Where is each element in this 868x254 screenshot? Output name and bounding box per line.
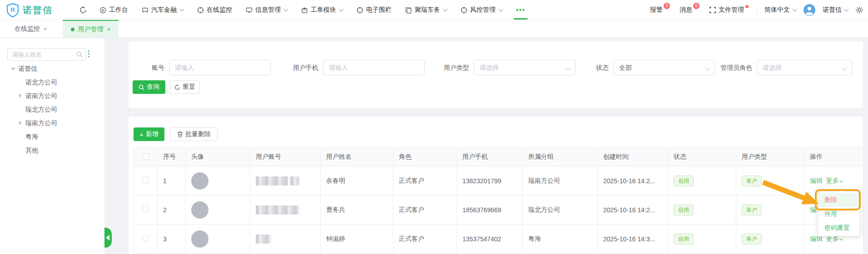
- menu-item-auto-finance[interactable]: 汽车金融: [135, 0, 190, 20]
- main-menu: 工作台 汽车金融 在线监控 信息管理 工单模块 电子围栏: [93, 0, 532, 20]
- refresh-icon[interactable]: [79, 6, 87, 14]
- top-navigation-bar: R 诺普信 工作台 汽车金融 在线监控 信息管理: [0, 0, 868, 20]
- redacted-account: [256, 176, 288, 186]
- menu-item-geofence[interactable]: 电子围栏: [350, 0, 398, 20]
- cell-index: 1: [158, 166, 186, 195]
- menu-item-work-order[interactable]: 工单模块: [294, 0, 350, 20]
- redacted-account: [290, 176, 299, 186]
- account-label: 账号: [139, 60, 164, 75]
- brand-name: 诺普信: [23, 4, 53, 16]
- more-link[interactable]: 更多: [826, 177, 843, 184]
- row-checkbox[interactable]: [143, 206, 149, 212]
- trash-icon: [177, 131, 183, 137]
- settings-gear-icon[interactable]: [855, 6, 863, 14]
- menu-item-risk-mgmt[interactable]: 风控管理: [454, 0, 509, 20]
- status-badge: 启用: [674, 234, 694, 244]
- tab-user-management[interactable]: 用户管理 ×: [63, 20, 119, 38]
- close-icon[interactable]: ×: [44, 25, 47, 32]
- tab-online-monitor[interactable]: 在线监控 ×: [6, 20, 55, 38]
- redacted-account: [256, 205, 299, 215]
- cell-role: 正式客户: [393, 225, 457, 254]
- status-select[interactable]: 全部: [613, 60, 715, 75]
- plus-icon: +: [139, 131, 144, 138]
- admin-role-select[interactable]: 请选择: [757, 60, 852, 75]
- menu-item-juruicar[interactable]: 聚瑞车务: [398, 0, 454, 20]
- account-input[interactable]: [169, 60, 271, 75]
- table-row: 3 钟淑婷 正式客户 13537547402 粤海 2025-10-16 14:…: [134, 225, 863, 254]
- add-button[interactable]: + 新增: [134, 127, 164, 141]
- chevron-down-icon: [793, 7, 797, 11]
- edit-link[interactable]: 编辑: [810, 177, 823, 184]
- tree-node-child[interactable]: 瑞南方公司: [0, 116, 104, 130]
- reset-button[interactable]: 重置: [170, 80, 200, 94]
- menu-item-info-mgmt[interactable]: 信息管理: [239, 0, 294, 20]
- cell-name: 余春明: [321, 166, 393, 195]
- notification-dot: [745, 5, 749, 8]
- menu-label: 聚瑞车务: [415, 6, 440, 14]
- menu-label: 工单模块: [311, 6, 336, 14]
- filter-panel: 账号 用户手机 用户类型 请选择 状态 全部 管理员角色 请选择 查询 重置: [129, 41, 863, 108]
- tree-node-label: 诺北方公司: [25, 75, 57, 89]
- user-avatar[interactable]: [804, 4, 815, 16]
- menu-item-online-monitor[interactable]: 在线监控: [190, 0, 239, 20]
- row-checkbox[interactable]: [143, 177, 149, 183]
- tree-node-child[interactable]: 瑞北方公司: [0, 103, 104, 116]
- tree-node-child[interactable]: 诺南方公司: [0, 89, 104, 103]
- alarm-button[interactable]: 报警0: [650, 6, 672, 14]
- alarm-badge: 0: [663, 2, 670, 10]
- query-label: 查询: [147, 83, 159, 91]
- batch-delete-button[interactable]: 批量删除: [170, 127, 218, 141]
- row-checkbox[interactable]: [143, 235, 149, 241]
- header-status: 状态: [668, 148, 736, 166]
- user-menu[interactable]: 诺普信: [823, 6, 848, 14]
- caret-right-icon[interactable]: [19, 121, 22, 125]
- dropdown-item-password-reset[interactable]: 密码重置: [818, 221, 860, 235]
- file-management-button[interactable]: 文件管理: [709, 6, 749, 14]
- chevron-down-icon: [705, 66, 710, 71]
- tree-node-label: 诺普信: [18, 62, 37, 75]
- dropdown-item-disable[interactable]: 停用: [818, 207, 860, 221]
- close-icon[interactable]: ×: [107, 26, 111, 33]
- target-icon: [461, 7, 467, 14]
- tree-node-child[interactable]: 其他: [0, 143, 104, 157]
- caret-down-icon[interactable]: [11, 68, 15, 70]
- user-type-select[interactable]: 请选择: [474, 60, 575, 75]
- user-type-label: 用户类型: [443, 60, 469, 75]
- add-label: 新增: [146, 130, 159, 138]
- chevron-down-icon: [499, 7, 503, 11]
- group-search-input[interactable]: [7, 48, 86, 61]
- sidebar-more-icon[interactable]: [88, 50, 89, 57]
- message-button[interactable]: 消息0: [680, 6, 702, 14]
- select-all-checkbox[interactable]: [143, 153, 149, 160]
- tree-node-child[interactable]: 诺北方公司: [0, 75, 104, 89]
- sidebar-collapse-handle[interactable]: [104, 228, 112, 248]
- fullscreen-icon: [709, 6, 716, 14]
- brand-logo[interactable]: R 诺普信: [6, 3, 53, 17]
- tree-node-label: 粤海: [25, 130, 38, 143]
- refresh-icon: [174, 84, 180, 90]
- dashboard-icon: [99, 7, 106, 14]
- chevron-down-icon: [180, 7, 184, 11]
- caret-right-icon[interactable]: [19, 93, 22, 98]
- menu-label: 电子围栏: [366, 6, 392, 14]
- board-icon: [142, 7, 149, 14]
- monitor-icon: [246, 7, 253, 14]
- cell-created: 2025-10-16 14:2...: [598, 195, 668, 225]
- language-selector[interactable]: 简体中文: [764, 6, 796, 14]
- header-account: 用户账号: [250, 148, 321, 166]
- chevron-down-icon: [844, 7, 849, 11]
- tree-node-root[interactable]: 诺普信: [0, 62, 104, 75]
- query-button[interactable]: 查询: [133, 80, 165, 94]
- cell-index: 3: [158, 225, 186, 254]
- menu-item-workbench[interactable]: 工作台: [93, 0, 135, 20]
- phone-input[interactable]: [323, 60, 425, 75]
- message-label: 消息: [680, 6, 692, 14]
- select-placeholder: 请选择: [763, 64, 782, 71]
- tree-node-child[interactable]: 粤海: [0, 130, 104, 143]
- app-window: R 诺普信 工作台 汽车金融 在线监控 信息管理: [0, 0, 868, 254]
- dropdown-item-delete[interactable]: 删除: [818, 193, 860, 207]
- cell-created: 2025-10-16 14:3...: [598, 225, 668, 254]
- group-sidebar: 诺普信 诺北方公司 诺南方公司 瑞北方公司 瑞南方公司 粤海 其他: [0, 38, 104, 254]
- shield-logo-icon: R: [6, 3, 19, 17]
- menu-item-more[interactable]: •••: [509, 0, 532, 20]
